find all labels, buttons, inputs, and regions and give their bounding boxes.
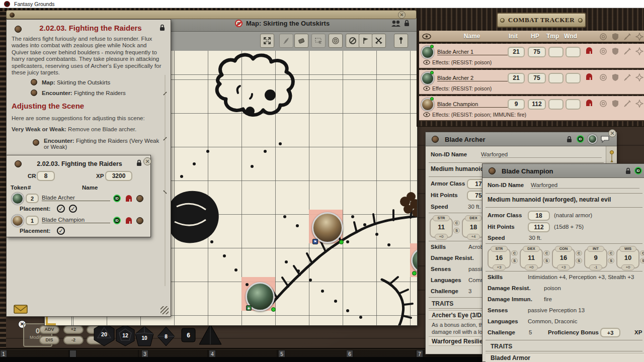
tracker-row[interactable]: Blade Champion 9 112 Effects: (RESIST: p… bbox=[419, 96, 644, 121]
archer-id-badge[interactable]: ID bbox=[577, 135, 584, 143]
fullscreen-icon[interactable] bbox=[260, 34, 274, 48]
players-vis-icon[interactable] bbox=[391, 20, 401, 28]
hp-field[interactable]: 75 bbox=[528, 47, 546, 57]
nonid-value[interactable]: Warforged bbox=[481, 151, 602, 158]
targeting-icon[interactable] bbox=[599, 100, 607, 108]
ability-str[interactable]: STR 11 +0 bbox=[430, 218, 453, 238]
faction-helmet-icon[interactable] bbox=[585, 73, 593, 81]
encounter-link-ball-icon[interactable] bbox=[15, 160, 22, 167]
map-link[interactable]: Map: Skirting the Outskirts bbox=[42, 79, 110, 85]
spikes-icon[interactable] bbox=[635, 100, 643, 108]
draw-quill-icon[interactable] bbox=[279, 34, 293, 48]
champion-id-badge[interactable]: ID bbox=[113, 217, 121, 224]
sword-icon[interactable] bbox=[623, 73, 631, 81]
archer-lock-icon[interactable] bbox=[567, 136, 572, 143]
save-roll-button[interactable]: S bbox=[608, 258, 614, 263]
ability-int[interactable]: INT 9 -1 bbox=[584, 248, 607, 268]
prof-bonus-value[interactable]: +3 bbox=[600, 328, 620, 337]
save-roll-button[interactable]: S bbox=[543, 258, 550, 263]
save-roll-button[interactable]: S bbox=[640, 258, 644, 263]
encounter-link-ball-icon[interactable] bbox=[31, 89, 37, 96]
archer-token-thumb[interactable] bbox=[588, 134, 597, 144]
archer-name-field[interactable]: Blade Archer bbox=[42, 195, 110, 201]
effects-eye-icon[interactable] bbox=[423, 112, 430, 117]
map-lock-icon[interactable] bbox=[404, 20, 410, 27]
hp-field[interactable]: 75 bbox=[528, 73, 546, 83]
hp-value[interactable]: 112 bbox=[528, 222, 550, 232]
save-roll-button[interactable]: S bbox=[576, 258, 582, 263]
champion-name-field[interactable]: Blade Champion bbox=[42, 217, 110, 223]
archer-link-ball-icon[interactable] bbox=[432, 136, 439, 143]
trait-band[interactable]: Bladed Armor bbox=[486, 353, 644, 362]
encounter-lock-icon[interactable] bbox=[136, 159, 142, 166]
spikes-icon[interactable] bbox=[635, 73, 643, 81]
combat-swords-icon[interactable] bbox=[372, 34, 386, 48]
tmp-field[interactable] bbox=[548, 47, 564, 57]
chat-bubble-icon[interactable] bbox=[601, 135, 609, 143]
save-roll-button[interactable]: S bbox=[453, 228, 460, 233]
combat-tracker-nameplate[interactable]: COMBAT TRACKER bbox=[497, 13, 586, 28]
init-field[interactable]: 21 bbox=[508, 47, 525, 57]
shield-icon[interactable] bbox=[611, 73, 619, 81]
shield-icon[interactable] bbox=[611, 47, 619, 55]
placement-check-icon[interactable]: ✓ bbox=[57, 227, 65, 235]
encounter-close-icon[interactable]: ✕ bbox=[143, 157, 151, 165]
encounter-token-champion[interactable] bbox=[12, 215, 24, 227]
plus2-button[interactable]: +2 bbox=[63, 325, 84, 334]
minus2-button[interactable]: -2 bbox=[63, 336, 84, 344]
effects-eye-icon[interactable] bbox=[423, 86, 430, 91]
story-lock-icon[interactable] bbox=[159, 24, 165, 31]
ability-wis[interactable]: WIS 10 +0 bbox=[616, 248, 639, 268]
targeting-icon[interactable] bbox=[599, 47, 607, 55]
ability-dex[interactable]: DEX 11 +0 bbox=[520, 248, 543, 268]
init-field[interactable]: 21 bbox=[508, 73, 525, 83]
wnd-field[interactable] bbox=[566, 47, 581, 57]
check-roll-button[interactable]: C bbox=[511, 250, 518, 256]
check-roll-button[interactable]: C bbox=[453, 220, 460, 226]
encounter-token-archer[interactable] bbox=[12, 193, 24, 205]
docked-window-strip[interactable]: ✕ bbox=[6, 10, 417, 19]
save-roll-button[interactable]: S bbox=[511, 258, 518, 263]
init-field[interactable]: 9 bbox=[508, 99, 525, 110]
combatant-name[interactable]: Blade Champion bbox=[437, 101, 508, 108]
tracker-row[interactable]: Blade Archer 2 21 75 Effects: (RESIST: p… bbox=[419, 70, 644, 95]
adjust-encounter-link[interactable]: Encounter: Fighting the Raiders (Very We… bbox=[44, 138, 159, 150]
ac-value[interactable]: 18 bbox=[528, 211, 550, 221]
sword-icon[interactable] bbox=[623, 47, 631, 55]
placement-check-icon[interactable]: ✓ bbox=[69, 205, 77, 213]
archer-close-icon[interactable]: ✕ bbox=[608, 129, 616, 137]
champion-link-ball-icon[interactable] bbox=[136, 217, 143, 224]
archer-link-ball-icon[interactable] bbox=[136, 195, 143, 202]
cr-value[interactable]: 8 bbox=[37, 171, 55, 181]
wnd-field[interactable] bbox=[566, 73, 581, 83]
pin-pointer-icon[interactable] bbox=[394, 34, 408, 48]
adv-button[interactable]: ADV bbox=[39, 325, 59, 334]
placement-check-icon[interactable]: ✓ bbox=[57, 205, 65, 213]
combatant-name[interactable]: Blade Archer 2 bbox=[437, 75, 508, 81]
check-roll-button[interactable]: C bbox=[576, 250, 582, 256]
faction-helmet-icon[interactable] bbox=[585, 47, 593, 55]
shield-icon[interactable] bbox=[611, 100, 619, 108]
envelope-icon[interactable] bbox=[14, 304, 28, 314]
ability-con[interactable]: CON 16 +3 bbox=[552, 248, 575, 268]
hp-field[interactable]: 112 bbox=[528, 99, 546, 110]
map-resize-handle[interactable] bbox=[46, 316, 56, 325]
d8-die[interactable]: 8 bbox=[156, 326, 176, 346]
dis-button[interactable]: DIS bbox=[39, 336, 59, 344]
select-lasso-icon[interactable] bbox=[311, 34, 326, 48]
targeting-icon[interactable] bbox=[599, 73, 607, 81]
nonid-value[interactable]: Warforged bbox=[531, 182, 639, 189]
visibility-eye-icon[interactable] bbox=[422, 33, 431, 40]
spikes-icon[interactable] bbox=[635, 47, 643, 55]
encounter-link[interactable]: Encounter: Fighting the Raiders bbox=[42, 90, 126, 96]
champion-count[interactable]: 1 bbox=[26, 216, 39, 225]
ability-str[interactable]: STR 16 +3 bbox=[488, 248, 511, 268]
anchor-pin-icon[interactable] bbox=[609, 150, 615, 162]
map-nonid-badge-icon[interactable]: ID bbox=[235, 20, 243, 27]
tmp-field[interactable] bbox=[548, 99, 564, 110]
target-icon[interactable] bbox=[329, 34, 343, 48]
champion-faction-helmet-icon[interactable] bbox=[125, 217, 133, 225]
d4-die[interactable] bbox=[198, 323, 222, 346]
eraser-icon[interactable] bbox=[294, 34, 308, 48]
d10-die[interactable]: 10 bbox=[134, 326, 154, 347]
